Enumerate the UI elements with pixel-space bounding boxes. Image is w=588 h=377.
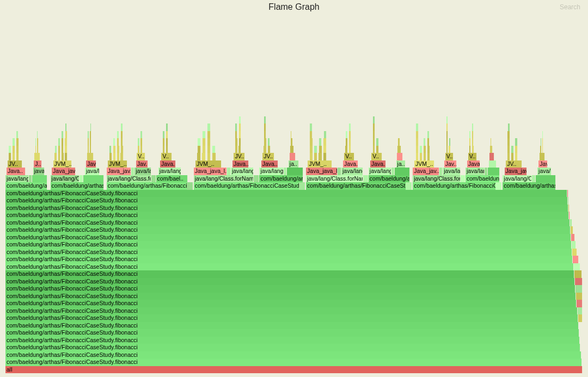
spike[interactable] [163,138,165,146]
fib-row[interactable]: com/baeldung/arthas/FibonacciCaseStudy.f… [5,344,580,351]
fib-row[interactable]: com/baeldung/arthas/FibonacciCaseStudy.f… [5,219,570,227]
jvm-frame[interactable]: V.. [344,153,354,160]
sliver[interactable] [461,175,465,183]
spike[interactable] [541,138,542,146]
spike[interactable] [416,123,418,131]
jvm-frame[interactable]: JVM_.. [308,160,332,168]
spike[interactable] [427,138,430,146]
native-frame[interactable]: Java_jav.. [505,168,527,175]
spike[interactable] [507,138,510,146]
spike[interactable] [446,116,448,124]
class-frame[interactable]: java/lang/C.. [465,168,485,175]
jvm-frame[interactable] [490,146,493,153]
spike[interactable] [90,146,91,153]
fib-row[interactable]: com/baeldung/arthas/FibonacciCaseStudy.f… [5,226,571,234]
edge-flame[interactable] [571,234,575,242]
spike[interactable] [65,131,68,139]
spike[interactable] [37,146,38,153]
spike[interactable] [239,116,241,124]
spike[interactable] [542,146,543,153]
spike[interactable] [140,138,142,146]
spike[interactable] [540,146,541,153]
spike[interactable] [9,153,11,160]
spike[interactable] [310,131,313,139]
spike[interactable] [58,153,61,160]
spike[interactable] [117,138,120,146]
spike[interactable] [163,146,166,153]
spike[interactable] [16,146,19,153]
jvm-frame[interactable]: JVM_.. [195,160,222,168]
fib-row[interactable]: com/baeldung/arthas/FibonacciCaseStudy.f… [5,285,575,293]
spike[interactable] [235,123,237,131]
spike[interactable] [65,153,68,160]
fib-row[interactable]: com/baeldung/arthas/FibonacciCaseStudy.f… [5,307,578,315]
native-frame[interactable] [397,153,403,160]
spike[interactable] [268,138,271,146]
edge-flame[interactable] [568,197,569,205]
native-frame[interactable]: Java.. [467,160,480,168]
native-frame[interactable]: Jav.. [136,160,148,168]
fib-row[interactable]: com/baeldung/arthas/FibonacciCaseStudy.f… [5,241,572,249]
spike[interactable] [198,138,201,146]
spike[interactable] [62,153,64,160]
fib-frame[interactable]: com/baeldung/arthas/FibonacciCaseStudy.f… [194,182,303,190]
native-frame[interactable]: Java_java_l.. [306,168,338,175]
spike[interactable] [88,146,89,153]
root-frame[interactable]: all [5,366,583,374]
spike[interactable] [373,123,375,131]
spike[interactable] [35,138,36,146]
fib-row[interactable]: com/baeldung/arthas/FibonacciCaseStudy.f… [5,314,578,322]
fib-frame[interactable]: com/baeldung/arthas/FibonacciCaseStudy.f… [306,182,410,190]
jvm-frame[interactable]: JV.. [506,160,522,168]
spike[interactable] [376,146,379,153]
fib-frame[interactable]: com/baeldung/arthas/Fibon.. [259,175,303,183]
edge-flame[interactable] [569,212,570,219]
spike[interactable] [58,138,60,146]
spike[interactable] [113,138,115,146]
fib-row[interactable]: com/baeldung/arthas/FibonacciCaseStudy.f… [5,197,568,205]
spike[interactable] [203,138,206,146]
spike[interactable] [373,146,376,153]
spike[interactable] [515,138,517,146]
spike[interactable] [515,153,518,160]
spike[interactable] [16,153,19,160]
fib-frame[interactable]: com/baeldung/arthas/Fibon.. [5,182,47,190]
spike[interactable] [138,146,140,153]
spike[interactable] [212,153,216,160]
native-frame[interactable]: Java.. [261,160,278,168]
spike[interactable] [197,153,201,160]
spike[interactable] [323,146,327,153]
jvm-frame[interactable]: V.. [161,153,171,160]
spike[interactable] [424,138,426,146]
class-frame[interactable]: ja.. [396,160,406,168]
edge-flame[interactable] [574,270,582,278]
spike[interactable] [314,153,317,160]
class-frame[interactable]: java/lang/Class... [341,168,363,175]
spike[interactable] [58,146,60,153]
fib-row[interactable]: com/baeldung/arthas/FibonacciCaseStudy.f… [5,212,569,219]
spike[interactable] [212,146,216,153]
spike[interactable] [120,153,123,160]
spike[interactable] [166,131,168,139]
sliver[interactable] [79,175,83,183]
edge-flame[interactable] [576,293,583,300]
spike[interactable] [420,146,422,153]
jvm-frame[interactable] [540,153,546,160]
spike[interactable] [65,138,67,146]
spike[interactable] [373,116,375,124]
spike[interactable] [318,153,322,160]
native-frame[interactable]: Java_java_l.. [194,168,227,175]
spike[interactable] [349,123,351,131]
spike[interactable] [239,138,242,146]
spike[interactable] [235,146,238,153]
spike[interactable] [416,131,418,139]
spike[interactable] [507,146,510,153]
native-frame[interactable] [489,153,494,160]
edge-flame[interactable] [571,226,573,234]
spike[interactable] [427,153,430,160]
native-frame[interactable]: Java_jav.. [413,168,439,175]
fib-frame[interactable] [83,175,103,183]
edge-flame[interactable] [572,249,577,256]
spike[interactable] [163,131,165,139]
edge-flame[interactable] [577,300,583,307]
